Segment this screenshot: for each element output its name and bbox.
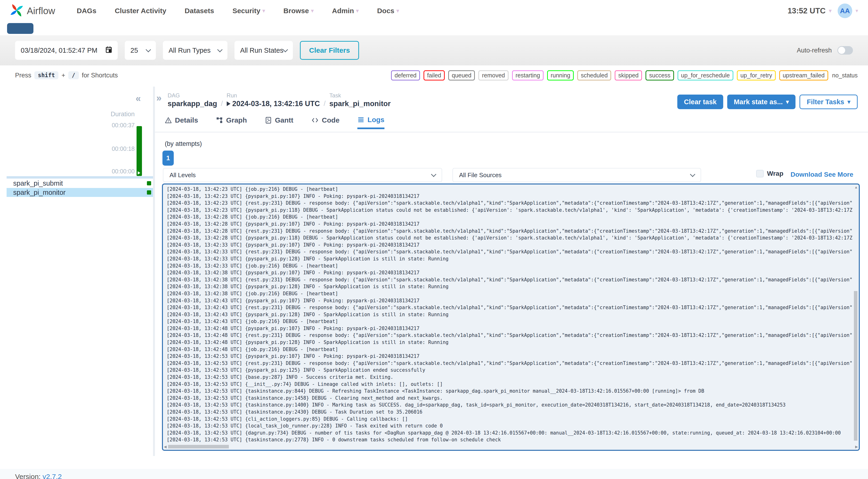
nav-item-admin[interactable]: Admin▾ bbox=[332, 7, 359, 15]
avatar[interactable]: AA bbox=[838, 3, 852, 18]
nav-item-browse[interactable]: Browse▾ bbox=[283, 7, 314, 15]
auto-refresh-group: Auto-refresh bbox=[797, 35, 853, 65]
breadcrumb-separator: / bbox=[324, 99, 326, 108]
tab-details[interactable]: Details bbox=[165, 116, 198, 128]
airflow-logo-icon bbox=[10, 3, 24, 18]
mark-state-button[interactable]: Mark state as... ▾ bbox=[727, 95, 796, 109]
wrap-checkbox[interactable] bbox=[756, 170, 764, 178]
scroll-left-icon[interactable]: ◀ bbox=[164, 445, 167, 448]
file-source-value: All File Sources bbox=[459, 171, 502, 179]
tab-graph[interactable]: Graph bbox=[216, 116, 247, 128]
details-expand-button[interactable]: » bbox=[156, 93, 161, 103]
task-status-square[interactable] bbox=[147, 181, 151, 185]
status-badge-no-status: no_status bbox=[832, 71, 858, 80]
log-line: [2024-03-18, 13:42:43 UTC] {rest.py:231}… bbox=[167, 304, 852, 311]
tab-code[interactable]: Code bbox=[311, 116, 339, 128]
brand-title: Airflow bbox=[27, 6, 55, 16]
nav-item-label: Admin bbox=[332, 7, 354, 15]
chevron-down-icon: ▾ bbox=[311, 8, 314, 13]
sidebar-collapse-button[interactable]: « bbox=[135, 93, 141, 104]
log-line: [2024-03-18, 13:42:38 UTC] {pyspark_pi.p… bbox=[167, 283, 852, 290]
partial-run-bar[interactable] bbox=[7, 23, 33, 34]
nav-item-label: Browse bbox=[283, 7, 309, 15]
log-line: [2024-03-18, 13:42:28 UTC] {pyspark_pi.p… bbox=[167, 234, 852, 242]
run-types-select[interactable]: All Run Types bbox=[163, 41, 227, 60]
panel-divider[interactable] bbox=[153, 87, 155, 456]
shortcut-plus: + bbox=[61, 72, 65, 79]
detail-tabs: DetailsGraphGanttCodeLogs bbox=[165, 116, 384, 128]
clock-dropdown[interactable]: 13:52 UTC ▾ bbox=[788, 6, 832, 15]
vertical-scrollbar[interactable]: ▲ bbox=[854, 185, 858, 443]
file-source-select[interactable]: All File Sources bbox=[453, 168, 701, 182]
chevron-down-icon: ▾ bbox=[847, 99, 850, 105]
tab-label: Graph bbox=[226, 116, 247, 124]
tab-gantt[interactable]: Gantt bbox=[265, 116, 293, 128]
clear-filters-button[interactable]: Clear Filters bbox=[300, 41, 359, 60]
log-line: [2024-03-18, 13:42:48 UTC] {rest.py:231}… bbox=[167, 332, 852, 339]
download-link[interactable]: Download bbox=[790, 171, 822, 178]
version-link[interactable]: v2.7.2 bbox=[42, 473, 62, 479]
code-icon bbox=[311, 117, 319, 124]
dag-label: DAG bbox=[167, 92, 217, 99]
calendar-icon[interactable] bbox=[105, 46, 112, 55]
chevron-down-icon bbox=[217, 47, 223, 53]
run-states-select[interactable]: All Run States bbox=[235, 41, 293, 60]
log-line: [2024-03-18, 13:42:38 UTC] {pyspark_pi.p… bbox=[167, 269, 852, 277]
log-line: [2024-03-18, 13:42:23 UTC] {rest.py:231}… bbox=[167, 200, 852, 207]
breadcrumb-task[interactable]: Task spark_pi_monitor bbox=[329, 92, 391, 108]
log-line: [2024-03-18, 13:42:53 UTC] {dagrun.py:73… bbox=[167, 429, 852, 437]
page-size-select[interactable]: 25 bbox=[125, 41, 156, 60]
tab-logs[interactable]: Logs bbox=[358, 116, 384, 129]
log-lines: [2024-03-18, 13:42:23 UTC] {job.py:216} … bbox=[167, 186, 852, 444]
meta-row: Press shift + / for Shortcuts deferredfa… bbox=[0, 65, 868, 85]
task-value[interactable]: spark_pi_monitor bbox=[329, 99, 391, 108]
log-line: [2024-03-18, 13:42:53 UTC] {__init__.py:… bbox=[167, 381, 852, 388]
airflow-app: Airflow DAGsCluster ActivityDatasetsSecu… bbox=[0, 0, 868, 479]
horizontal-scrollbar[interactable]: ◀ ▶ bbox=[164, 444, 852, 449]
chevron-down-icon: ▾ bbox=[786, 99, 789, 105]
status-badge-queued: queued bbox=[448, 70, 475, 81]
log-line: [2024-03-18, 13:42:23 UTC] {job.py:216} … bbox=[167, 186, 852, 193]
task-status-square[interactable] bbox=[147, 190, 151, 195]
nav-item-security[interactable]: Security▾ bbox=[232, 7, 265, 15]
wrap-label: Wrap bbox=[767, 170, 783, 178]
task-row-spark-pi-monitor[interactable]: spark_pi_monitor bbox=[7, 188, 153, 197]
filter-tasks-button[interactable]: Filter Tasks ▾ bbox=[800, 95, 858, 109]
breadcrumb-run[interactable]: Run 2024-03-18, 13:42:16 UTC bbox=[227, 92, 320, 108]
attempt-1-button[interactable]: 1 bbox=[162, 151, 174, 166]
shortcut-suffix: for Shortcuts bbox=[82, 72, 118, 79]
log-line: [2024-03-18, 13:42:33 UTC] {pyspark_pi.p… bbox=[167, 242, 852, 249]
vertical-scroll-thumb[interactable] bbox=[854, 291, 858, 441]
log-line: [2024-03-18, 13:42:43 UTC] {job.py:216} … bbox=[167, 318, 852, 325]
run-duration-bar[interactable] bbox=[136, 126, 142, 176]
status-badge-deferred: deferred bbox=[391, 70, 420, 81]
scroll-right-icon[interactable]: ▶ bbox=[855, 445, 858, 448]
date-filter-input[interactable]: 03/18/2024, 01:52:47 PM bbox=[15, 41, 118, 60]
chevron-down-icon: ▾ bbox=[262, 8, 265, 13]
horizontal-scroll-thumb[interactable] bbox=[168, 445, 229, 448]
user-menu[interactable]: AA ▾ bbox=[838, 3, 858, 18]
shortcut-prefix: Press bbox=[15, 72, 31, 79]
nav-item-datasets[interactable]: Datasets bbox=[185, 7, 214, 15]
log-line: [2024-03-18, 13:42:33 UTC] {pyspark_pi.p… bbox=[167, 255, 852, 262]
chevron-down-icon: ▾ bbox=[397, 8, 399, 13]
nav-item-dags[interactable]: DAGs bbox=[77, 7, 96, 15]
status-badge-skipped: skipped bbox=[615, 70, 642, 81]
run-value[interactable]: 2024-03-18, 13:42:16 UTC bbox=[227, 99, 320, 108]
nav-item-cluster-activity[interactable]: Cluster Activity bbox=[115, 7, 166, 15]
breadcrumb: DAG sparkapp_dag / Run 2024-03-18, 13:42… bbox=[167, 92, 391, 108]
auto-refresh-toggle[interactable] bbox=[837, 46, 853, 55]
clear-task-button[interactable]: Clear task bbox=[677, 95, 723, 109]
nav-item-docs[interactable]: Docs▾ bbox=[377, 7, 399, 15]
scroll-up-icon[interactable]: ▲ bbox=[854, 185, 858, 189]
selected-run-strip bbox=[7, 176, 153, 179]
airflow-brand[interactable]: Airflow bbox=[10, 3, 55, 18]
dag-value[interactable]: sparkapp_dag bbox=[167, 99, 217, 108]
log-level-select[interactable]: All Levels bbox=[163, 168, 442, 182]
run-play-icon bbox=[227, 101, 230, 106]
run-types-value: All Run Types bbox=[168, 46, 211, 54]
task-row-spark-pi-submit[interactable]: spark_pi_submit bbox=[7, 179, 153, 188]
breadcrumb-dag[interactable]: DAG sparkapp_dag bbox=[167, 92, 217, 108]
see-more-link[interactable]: See More bbox=[824, 171, 854, 178]
graph-icon bbox=[216, 117, 223, 124]
